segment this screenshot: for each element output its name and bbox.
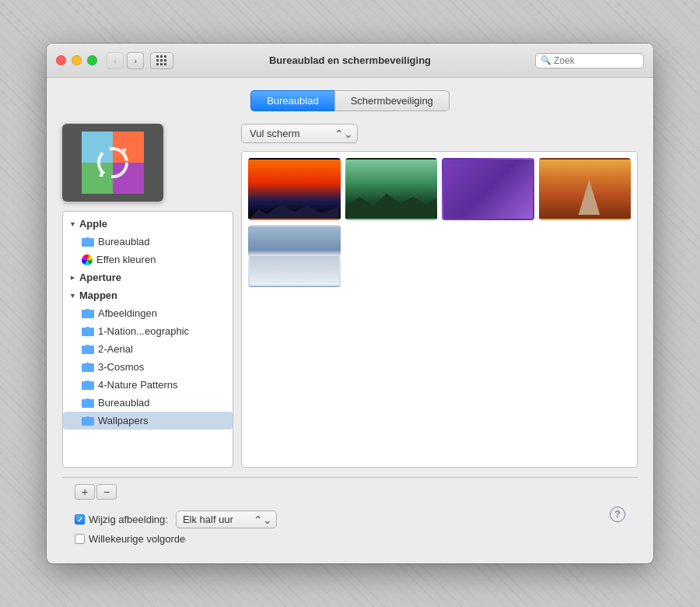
folder-icon — [82, 237, 94, 247]
color-wheel-icon — [82, 254, 93, 265]
wallpaper-thumb-purple[interactable] — [442, 158, 534, 220]
sidebar-item-effen[interactable]: Effen kleuren — [63, 251, 233, 268]
remove-button[interactable]: − — [96, 484, 117, 500]
wallpaper-preview — [62, 124, 163, 202]
sidebar-item-effen-label: Effen kleuren — [96, 254, 156, 265]
titlebar: ‹ › Bureaublad en schermbeveiliging 🔍 — [47, 44, 653, 78]
group-mappen[interactable]: ▼ Mappen — [63, 286, 233, 304]
change-image-checkbox-row: Wijzig afbeelding: — [75, 514, 168, 525]
sidebar-item-aerial-label: 2-Aerial — [98, 343, 133, 355]
preview-icon — [82, 132, 144, 194]
source-list[interactable]: ▼ Apple Bureaublad Effen kleuren — [62, 211, 233, 468]
help-button[interactable]: ? — [610, 507, 625, 522]
group-mappen-label: Mappen — [79, 289, 117, 301]
expand-apple-icon: ▼ — [69, 220, 76, 228]
sidebar-item-afbeeldingen-label: Afbeeldingen — [98, 307, 157, 319]
search-input[interactable] — [554, 55, 639, 66]
change-image-label: Wijzig afbeelding: — [89, 514, 168, 525]
sidebar-item-bureaublad2-label: Bureaublad — [98, 397, 150, 409]
svg-rect-1 — [113, 132, 144, 163]
group-aperture[interactable]: ▼ Aperture — [63, 268, 233, 286]
sidebar-item-nature-label: 4-Nature Patterns — [98, 379, 178, 391]
svg-rect-3 — [113, 163, 144, 194]
fit-select[interactable]: Vul scherm Pas aan scherm Centreer Tegel… — [241, 124, 358, 143]
sidebar-item-bureaublad-label: Bureaublad — [98, 236, 150, 247]
sidebar-item-national[interactable]: 1-Nation...eographic — [63, 322, 233, 340]
folder-icon-national — [82, 326, 94, 336]
fit-dropdown-row: Vul scherm Pas aan scherm Centreer Tegel… — [241, 124, 638, 143]
random-order-row: Willekeurige volgorde — [75, 533, 277, 545]
sidebar-item-cosmos[interactable]: 3-Cosmos — [63, 358, 233, 376]
wallpaper-grid — [241, 151, 638, 468]
svg-rect-0 — [82, 132, 113, 163]
fit-dropdown-wrapper: Vul scherm Pas aan scherm Centreer Tegel… — [241, 124, 358, 143]
sidebar-item-wallpapers-label: Wallpapers — [98, 415, 149, 426]
wallpaper-thumb-sunset[interactable] — [248, 158, 341, 220]
close-button[interactable] — [56, 55, 66, 65]
add-remove-row: + − — [75, 484, 277, 500]
bottom-bar: + − Wijzig afbeelding: Elk half uur Elk — [62, 477, 638, 551]
sidebar-item-aerial[interactable]: 2-Aerial — [63, 340, 233, 358]
interval-select[interactable]: Elk half uur Elk uur Elke 15 minuten Elk… — [176, 511, 277, 528]
change-image-checkbox[interactable] — [75, 514, 85, 525]
right-panel: Vul scherm Pas aan scherm Centreer Tegel… — [241, 124, 638, 468]
traffic-lights — [56, 55, 97, 65]
wallpaper-thumb-yosemite[interactable] — [539, 158, 632, 220]
wallpaper-thumb-snow[interactable] — [248, 225, 341, 287]
main-window: ‹ › Bureaublad en schermbeveiliging 🔍 Bu… — [47, 44, 653, 563]
sidebar-item-bureaublad[interactable]: Bureaublad — [63, 233, 233, 251]
all-prefs-button[interactable] — [150, 52, 173, 69]
folder-icon-wallpapers — [82, 416, 94, 426]
group-apple-label: Apple — [79, 218, 107, 230]
expand-mappen-icon: ▼ — [69, 292, 76, 300]
random-order-label: Willekeurige volgorde — [89, 533, 185, 545]
sidebar-item-wallpapers[interactable]: Wallpapers — [63, 412, 233, 430]
group-aperture-label: Aperture — [79, 272, 121, 283]
folder-icon-nature — [82, 380, 94, 390]
sidebar-item-afbeeldingen[interactable]: Afbeeldingen — [63, 304, 233, 322]
tab-bar: Bureaublad Schermbeveiliging — [62, 90, 638, 111]
folder-icon-bureaublad2 — [82, 398, 94, 408]
sidebar-item-nature[interactable]: 4-Nature Patterns — [63, 376, 233, 394]
search-box[interactable]: 🔍 — [535, 53, 644, 68]
nav-buttons: ‹ › — [107, 52, 144, 69]
folder-icon-afbeeldingen — [82, 308, 94, 318]
group-apple[interactable]: ▼ Apple — [63, 215, 233, 233]
tab-schermbeveiliging[interactable]: Schermbeveiliging — [334, 90, 450, 111]
expand-aperture-icon: ▼ — [68, 274, 76, 281]
sidebar-item-cosmos-label: 3-Cosmos — [98, 361, 144, 373]
grid-icon — [156, 55, 167, 66]
random-order-checkbox[interactable] — [75, 534, 85, 544]
sidebar-item-national-label: 1-Nation...eographic — [98, 325, 189, 337]
folder-icon-cosmos — [82, 362, 94, 372]
search-icon: 🔍 — [541, 55, 551, 65]
maximize-button[interactable] — [87, 55, 97, 65]
back-button[interactable]: ‹ — [107, 52, 124, 69]
wallpaper-thumb-green[interactable] — [345, 158, 438, 220]
folder-icon-aerial — [82, 344, 94, 354]
left-panel: ▼ Apple Bureaublad Effen kleuren — [62, 124, 233, 468]
bottom-options: + − Wijzig afbeelding: Elk half uur Elk — [75, 484, 625, 545]
change-image-row: Wijzig afbeelding: Elk half uur Elk uur … — [75, 511, 277, 528]
sidebar-item-bureaublad2[interactable]: Bureaublad — [63, 394, 233, 412]
add-button[interactable]: + — [75, 484, 95, 500]
forward-button[interactable]: › — [127, 52, 144, 69]
interval-dropdown-wrapper: Elk half uur Elk uur Elke 15 minuten Elk… — [176, 511, 277, 528]
window-title: Bureaublad en schermbeveiliging — [269, 54, 431, 66]
main-layout: ▼ Apple Bureaublad Effen kleuren — [62, 124, 638, 468]
svg-rect-2 — [82, 163, 113, 194]
tab-bureaublad[interactable]: Bureaublad — [250, 90, 334, 111]
minimize-button[interactable] — [72, 55, 82, 65]
content-area: Bureaublad Schermbeveiliging — [47, 78, 653, 563]
